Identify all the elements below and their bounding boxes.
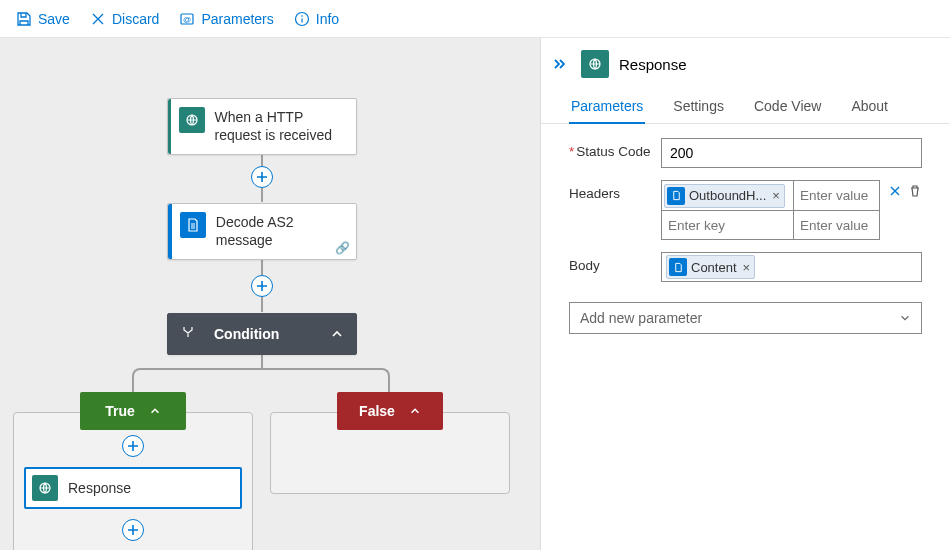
discard-label: Discard: [112, 11, 159, 27]
token-icon: [667, 187, 685, 205]
headers-label: Headers: [569, 180, 653, 201]
trigger-label: When a HTTP request is received: [215, 99, 356, 154]
status-code-label: Status Code: [569, 138, 653, 159]
svg-point-3: [301, 15, 303, 17]
status-code-input[interactable]: [661, 138, 922, 168]
headers-grid: OutboundH... × Enter value Enter key Ent…: [661, 180, 880, 240]
designer-canvas[interactable]: When a HTTP request is received Decode A…: [0, 38, 540, 550]
parameters-label: Parameters: [201, 11, 273, 27]
discard-button[interactable]: Discard: [82, 7, 167, 31]
info-icon: [294, 11, 310, 27]
false-label: False: [359, 403, 395, 419]
response-node[interactable]: Response: [24, 467, 242, 509]
token-label: OutboundH...: [689, 188, 766, 203]
false-header[interactable]: False: [337, 392, 443, 430]
header-value-cell[interactable]: Enter value: [793, 180, 880, 210]
delete-icon[interactable]: [908, 184, 922, 198]
chevron-up-icon: [409, 405, 421, 417]
node-accent: [168, 204, 172, 259]
tab-code-view[interactable]: Code View: [752, 88, 823, 123]
http-icon: [581, 50, 609, 78]
chevron-down-icon: [899, 312, 911, 324]
add-parameter-label: Add new parameter: [580, 310, 702, 326]
token-icon: [669, 258, 687, 276]
panel-tabs: Parameters Settings Code View About: [541, 88, 950, 124]
body-input[interactable]: Content ×: [661, 252, 922, 282]
http-icon: [179, 107, 205, 133]
panel-header: Response: [541, 46, 950, 88]
add-step-button[interactable]: [122, 519, 144, 541]
header-value-cell[interactable]: Enter value: [793, 210, 880, 240]
body-token[interactable]: Content ×: [666, 255, 755, 279]
false-branch: False: [270, 412, 510, 494]
add-step-button[interactable]: [122, 435, 144, 457]
header-token[interactable]: OutboundH... ×: [664, 184, 785, 208]
tab-parameters[interactable]: Parameters: [569, 88, 645, 124]
decode-node[interactable]: Decode AS2 message 🔗: [167, 203, 357, 260]
parameters-form: Status Code Headers OutboundH... ×: [541, 124, 950, 296]
info-button[interactable]: Info: [286, 7, 347, 31]
condition-icon: [178, 322, 198, 342]
save-button[interactable]: Save: [8, 7, 78, 31]
chevron-up-icon: [149, 405, 161, 417]
panel-title: Response: [619, 56, 687, 73]
node-accent: [168, 99, 171, 154]
details-panel: Response Parameters Settings Code View A…: [540, 38, 950, 550]
svg-text:@: @: [183, 15, 191, 24]
remove-token-icon[interactable]: ×: [743, 260, 751, 275]
toolbar: Save Discard @ Parameters Info: [0, 0, 950, 38]
http-icon: [32, 475, 58, 501]
tab-about[interactable]: About: [849, 88, 890, 123]
document-icon: [180, 212, 206, 238]
trigger-node[interactable]: When a HTTP request is received: [167, 98, 357, 155]
add-step-button[interactable]: [251, 275, 273, 297]
link-icon: 🔗: [335, 241, 350, 255]
add-parameter-dropdown[interactable]: Add new parameter: [569, 302, 922, 334]
parameters-icon: @: [179, 11, 195, 27]
collapse-icon[interactable]: [553, 57, 571, 71]
token-label: Content: [691, 260, 737, 275]
condition-node[interactable]: Condition: [167, 313, 357, 355]
response-label: Response: [68, 480, 131, 496]
parameters-button[interactable]: @ Parameters: [171, 7, 281, 31]
header-key-cell[interactable]: Enter key: [661, 210, 793, 240]
true-label: True: [105, 403, 135, 419]
true-header[interactable]: True: [80, 392, 186, 430]
save-icon: [16, 11, 32, 27]
body-label: Body: [569, 252, 653, 273]
header-actions: [888, 180, 922, 198]
chevron-up-icon: [330, 327, 344, 341]
header-key-cell[interactable]: OutboundH... ×: [661, 180, 793, 210]
add-step-button[interactable]: [251, 166, 273, 188]
info-label: Info: [316, 11, 339, 27]
true-branch: True Response: [13, 412, 253, 550]
save-label: Save: [38, 11, 70, 27]
discard-icon: [90, 11, 106, 27]
connector: [261, 355, 263, 369]
swap-icon[interactable]: [888, 184, 902, 198]
condition-label: Condition: [206, 314, 287, 356]
remove-token-icon[interactable]: ×: [772, 188, 780, 203]
tab-settings[interactable]: Settings: [671, 88, 726, 123]
